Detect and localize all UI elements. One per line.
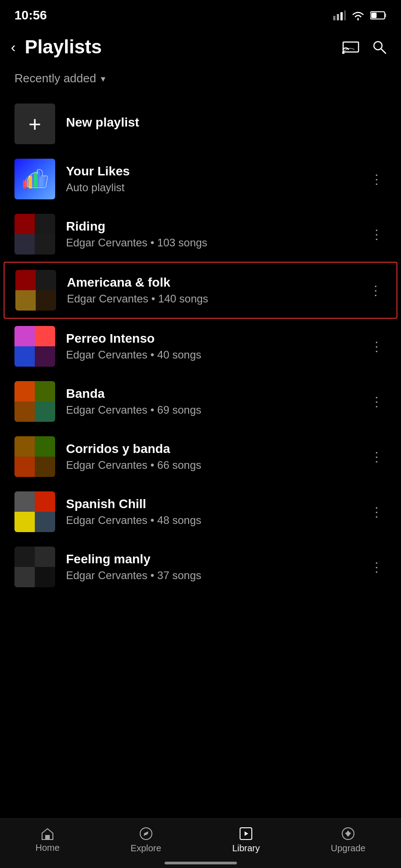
cast-icon[interactable] xyxy=(342,40,359,54)
nav-item-library[interactable]: Library xyxy=(232,827,260,854)
likes-thumb xyxy=(14,159,55,199)
playlist-more-btn-riding[interactable]: ⋮ xyxy=(367,223,387,245)
playlist-name-your-likes: Your Likes xyxy=(66,164,356,179)
playlist-more-btn-americana-folk[interactable]: ⋮ xyxy=(366,279,386,302)
header-right xyxy=(342,40,387,54)
explore-icon xyxy=(139,827,153,840)
bottom-navigation: Home Explore Library Upgrade xyxy=(0,818,401,868)
battery-icon xyxy=(370,11,387,20)
playlist-meta-spanish-chill: Edgar Cervantes • 48 songs xyxy=(66,514,356,527)
nav-label-library: Library xyxy=(232,843,260,854)
playlist-thumb-spanish-chill xyxy=(14,491,55,532)
playlist-thumb-feeling-manly xyxy=(14,547,55,587)
nav-item-explore[interactable]: Explore xyxy=(131,827,161,854)
svg-marker-20 xyxy=(345,830,351,837)
page-title: Playlists xyxy=(25,36,102,58)
playlist-item-your-likes[interactable]: Your Likes Auto playlist ⋮ xyxy=(0,151,401,207)
playlist-info-riding: Riding Edgar Cervantes • 103 songs xyxy=(66,219,356,249)
playlist-info-perreo-intenso: Perreo Intenso Edgar Cervantes • 40 song… xyxy=(66,331,356,361)
playlist-name-perreo-intenso: Perreo Intenso xyxy=(66,331,356,346)
svg-rect-6 xyxy=(371,13,377,18)
playlist-thumb-americana-folk xyxy=(15,270,56,311)
playlist-name-banda: Banda xyxy=(66,387,356,401)
playlist-name-feeling-manly: Feeling manly xyxy=(66,552,356,566)
wifi-icon xyxy=(351,10,365,20)
nav-label-home: Home xyxy=(35,843,59,853)
playlist-item-riding[interactable]: Riding Edgar Cervantes • 103 songs ⋮ xyxy=(0,207,401,262)
svg-line-10 xyxy=(381,49,386,53)
playlist-info-banda: Banda Edgar Cervantes • 69 songs xyxy=(66,387,356,416)
home-icon xyxy=(41,827,54,840)
playlist-item-feeling-manly[interactable]: Feeling manly Edgar Cervantes • 37 songs… xyxy=(0,539,401,594)
svg-marker-17 xyxy=(144,831,148,836)
nav-item-upgrade[interactable]: Upgrade xyxy=(331,827,366,854)
playlist-meta-riding: Edgar Cervantes • 103 songs xyxy=(66,236,356,249)
svg-rect-0 xyxy=(333,16,335,20)
playlist-info-feeling-manly: Feeling manly Edgar Cervantes • 37 songs xyxy=(66,552,356,582)
upgrade-icon xyxy=(341,827,355,840)
playlist-meta-perreo-intenso: Edgar Cervantes • 40 songs xyxy=(66,349,356,361)
header-left: ‹ Playlists xyxy=(11,36,102,58)
playlist-more-btn-spanish-chill[interactable]: ⋮ xyxy=(367,501,387,523)
playlist-info-spanish-chill: Spanish Chill Edgar Cervantes • 48 songs xyxy=(66,497,356,527)
svg-rect-5 xyxy=(385,14,386,17)
playlist-meta-corridos-banda: Edgar Cervantes • 66 songs xyxy=(66,459,356,472)
playlist-thumb-perreo-intenso xyxy=(14,326,55,367)
playlist-thumb-corridos-banda xyxy=(14,436,55,477)
playlist-meta-feeling-manly: Edgar Cervantes • 37 songs xyxy=(66,569,356,582)
nav-label-upgrade: Upgrade xyxy=(331,843,366,854)
signal-icon xyxy=(333,10,346,20)
chevron-down-icon: ▾ xyxy=(101,73,105,84)
playlist-meta-americana-folk: Edgar Cervantes • 140 songs xyxy=(67,292,355,305)
svg-rect-3 xyxy=(344,10,346,20)
playlist-info-corridos-banda: Corridos y banda Edgar Cervantes • 66 so… xyxy=(66,442,356,472)
playlist-item-americana-folk[interactable]: Americana & folk Edgar Cervantes • 140 s… xyxy=(4,262,397,319)
playlist-name-new: New playlist xyxy=(66,115,387,130)
playlist-item-banda[interactable]: Banda Edgar Cervantes • 69 songs ⋮ xyxy=(0,374,401,429)
playlist-more-btn-feeling-manly[interactable]: ⋮ xyxy=(367,556,387,578)
home-indicator xyxy=(165,862,237,864)
playlist-info-americana-folk: Americana & folk Edgar Cervantes • 140 s… xyxy=(67,275,355,305)
new-playlist-thumb: + xyxy=(14,104,55,144)
svg-rect-2 xyxy=(340,12,343,20)
search-icon[interactable] xyxy=(372,40,387,54)
playlist-thumb-banda xyxy=(14,381,55,422)
status-time: 10:56 xyxy=(14,8,47,23)
playlist-more-btn-perreo-intenso[interactable]: ⋮ xyxy=(367,335,387,358)
library-icon xyxy=(239,827,253,840)
playlist-name-corridos-banda: Corridos y banda xyxy=(66,442,356,456)
playlist-more-btn-banda[interactable]: ⋮ xyxy=(367,391,387,413)
playlist-more-btn-your-likes[interactable]: ⋮ xyxy=(367,168,387,190)
playlist-thumb-riding xyxy=(14,214,55,255)
status-icons xyxy=(333,10,387,20)
playlist-item-new[interactable]: + New playlist xyxy=(0,96,401,151)
playlist-item-corridos-banda[interactable]: Corridos y banda Edgar Cervantes • 66 so… xyxy=(0,429,401,484)
sort-bar: Recently added ▾ xyxy=(0,67,401,96)
playlist-list: + New playlist Your Likes Auto playlist … xyxy=(0,96,401,649)
status-bar: 10:56 xyxy=(0,0,401,27)
header: ‹ Playlists xyxy=(0,27,401,67)
playlist-item-spanish-chill[interactable]: Spanish Chill Edgar Cervantes • 48 songs… xyxy=(0,484,401,539)
svg-rect-15 xyxy=(45,835,50,840)
back-button[interactable]: ‹ xyxy=(11,40,16,54)
playlist-name-americana-folk: Americana & folk xyxy=(67,275,355,290)
playlist-name-spanish-chill: Spanish Chill xyxy=(66,497,356,511)
playlist-item-perreo-intenso[interactable]: Perreo Intenso Edgar Cervantes • 40 song… xyxy=(0,319,401,374)
nav-item-home[interactable]: Home xyxy=(35,827,59,853)
playlist-name-riding: Riding xyxy=(66,219,356,234)
playlist-meta-your-likes: Auto playlist xyxy=(66,181,356,194)
svg-rect-1 xyxy=(337,14,339,20)
playlist-info-new: New playlist xyxy=(66,115,387,132)
sort-button[interactable]: Recently added ▾ xyxy=(14,71,387,85)
playlist-more-btn-corridos-banda[interactable]: ⋮ xyxy=(367,446,387,468)
sort-label: Recently added xyxy=(14,71,96,85)
playlist-meta-banda: Edgar Cervantes • 69 songs xyxy=(66,404,356,416)
nav-label-explore: Explore xyxy=(131,843,161,854)
playlist-info-your-likes: Your Likes Auto playlist xyxy=(66,164,356,194)
